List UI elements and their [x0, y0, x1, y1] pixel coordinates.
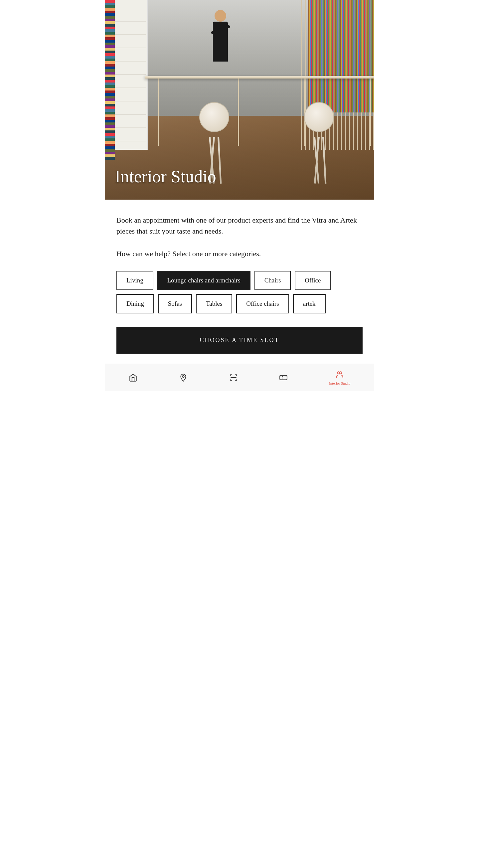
stool-leg	[322, 137, 326, 184]
category-btn-artek[interactable]: artek	[293, 294, 326, 313]
nav-studio[interactable]: Interior Studio	[329, 370, 350, 385]
nav-ticket[interactable]	[279, 373, 288, 382]
nav-home[interactable]	[128, 373, 138, 382]
table-leg	[238, 76, 239, 146]
studio-nav-label: Interior Studio	[329, 381, 350, 385]
stool-seat	[304, 102, 334, 132]
category-btn-living[interactable]: Living	[117, 271, 153, 290]
ticket-icon	[279, 373, 288, 382]
studio-icon	[335, 370, 344, 379]
shelf-right-inner	[308, 0, 374, 113]
person-head	[215, 10, 226, 22]
table-leg	[158, 76, 159, 146]
category-btn-chairs[interactable]: Chairs	[254, 271, 291, 290]
stool-legs	[304, 130, 334, 184]
svg-point-5	[340, 372, 342, 374]
scan-icon	[229, 373, 238, 382]
fabric-swatches-left	[105, 0, 115, 160]
category-btn-tables[interactable]: Tables	[196, 294, 232, 313]
category-btn-office[interactable]: Office	[295, 271, 331, 290]
svg-point-0	[182, 376, 184, 377]
hero-title: Interior Studio	[115, 167, 216, 186]
category-btn-dining[interactable]: Dining	[117, 294, 154, 313]
category-btn-lounge[interactable]: Lounge chairs and armchairs	[157, 271, 251, 290]
categories-container: LivingLounge chairs and armchairsChairsO…	[117, 271, 362, 313]
category-btn-sofas[interactable]: Sofas	[158, 294, 192, 313]
person-silhouette	[207, 10, 234, 76]
description-text: Book an appointment with one of our prod…	[117, 215, 362, 237]
svg-rect-2	[280, 376, 287, 380]
bottom-navigation: Interior Studio	[105, 364, 374, 391]
stool-right	[304, 102, 334, 184]
table-leg	[370, 76, 371, 146]
nav-scan[interactable]	[229, 373, 238, 382]
content-section: Book an appointment with one of our prod…	[105, 199, 374, 364]
hero-section: Interior Studio	[105, 0, 374, 199]
person-body	[213, 22, 228, 62]
help-text: How can we help? Select one or more cate…	[117, 248, 362, 259]
nav-location[interactable]	[179, 373, 188, 382]
person-arm	[211, 25, 230, 34]
stool-leg	[218, 137, 222, 184]
category-btn-office-chairs[interactable]: Office chairs	[236, 294, 289, 313]
choose-time-slot-button[interactable]: CHOOSE A TIME SLOT	[117, 327, 362, 354]
location-icon	[179, 373, 188, 382]
work-table	[145, 76, 374, 79]
stool-seat	[199, 102, 229, 132]
home-icon	[128, 373, 138, 382]
